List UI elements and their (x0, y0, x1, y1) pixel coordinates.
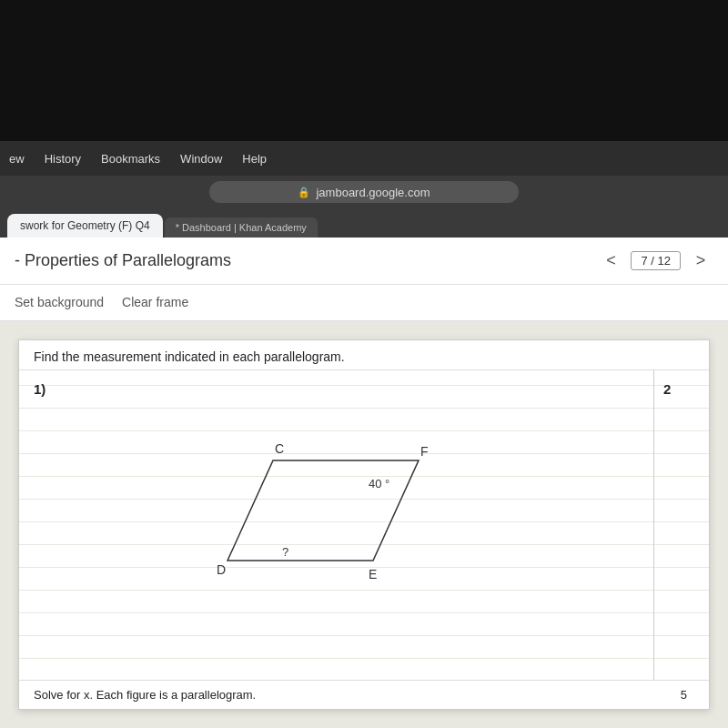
url-bar[interactable]: 🔒 jamboard.google.com (209, 181, 519, 203)
problem-1-cell: 1) C F D E (19, 370, 654, 680)
worksheet-footer: Solve for x. Each figure is a parallelog… (19, 680, 709, 709)
top-black-area (0, 0, 728, 141)
next-page-button[interactable]: > (688, 248, 713, 274)
menu-item-history[interactable]: History (35, 148, 90, 169)
parallelogram-diagram: C F D E 40 ° ? (209, 406, 464, 588)
url-text: jamboard.google.com (316, 186, 430, 199)
prev-page-button[interactable]: < (598, 248, 623, 274)
problem-1-number: 1) (34, 381, 639, 397)
jamboard-nav: < 7 / 12 > (598, 248, 713, 274)
page-indicator: 7 / 12 (631, 251, 681, 270)
problem-5-number: 5 (681, 688, 694, 702)
parallelogram-svg: C F D E 40 ° ? (209, 406, 464, 588)
menu-items-container: ew History Bookmarks Window Help (0, 148, 276, 169)
label-f: F (420, 444, 429, 459)
jamboard-title: - Properties of Parallelograms (15, 251, 231, 270)
menu-item-help[interactable]: Help (233, 148, 276, 169)
worksheet-footer-text: Solve for x. Each figure is a parallelog… (34, 688, 256, 702)
clear-frame-button[interactable]: Clear frame (122, 291, 188, 315)
label-c: C (275, 441, 284, 456)
url-bar-row: 🔒 jamboard.google.com (0, 176, 728, 208)
menu-item-ew[interactable]: ew (0, 148, 34, 169)
worksheet-header-text: Find the measurement indicated in each p… (34, 349, 345, 364)
set-background-button[interactable]: Set background (15, 291, 104, 315)
menu-bar: ew History Bookmarks Window Help (0, 141, 728, 176)
parallelogram-shape (228, 460, 419, 561)
main-content: - Properties of Parallelograms < 7 / 12 … (0, 238, 728, 728)
label-d: D (217, 562, 226, 577)
worksheet-paper: Find the measurement indicated in each p… (18, 339, 710, 710)
worksheet-area: Find the measurement indicated in each p… (0, 321, 728, 728)
menu-item-bookmarks[interactable]: Bookmarks (92, 148, 169, 169)
tabs-row: swork for Geometry (F) Q4 * Dashboard | … (0, 208, 728, 238)
menu-item-window[interactable]: Window (171, 148, 231, 169)
tab-geometry-label: swork for Geometry (F) Q4 (20, 219, 150, 232)
angle-label: 40 ° (369, 477, 389, 490)
frame-actions-bar: Set background Clear frame (0, 285, 728, 321)
jamboard-toolbar: - Properties of Parallelograms < 7 / 12 … (0, 238, 728, 285)
worksheet-body: 1) C F D E (19, 370, 709, 680)
problem-2-cell: 2 (654, 370, 709, 680)
lock-icon: 🔒 (298, 187, 310, 198)
problem-2-number: 2 (663, 381, 700, 397)
tab-khan-academy-label: * Dashboard | Khan Academy (176, 222, 307, 233)
tab-khan-academy[interactable]: * Dashboard | Khan Academy (165, 217, 318, 238)
worksheet-header: Find the measurement indicated in each p… (19, 340, 709, 370)
label-e: E (369, 567, 377, 581)
question-label: ? (282, 545, 288, 559)
tab-geometry[interactable]: swork for Geometry (F) Q4 (7, 214, 163, 238)
